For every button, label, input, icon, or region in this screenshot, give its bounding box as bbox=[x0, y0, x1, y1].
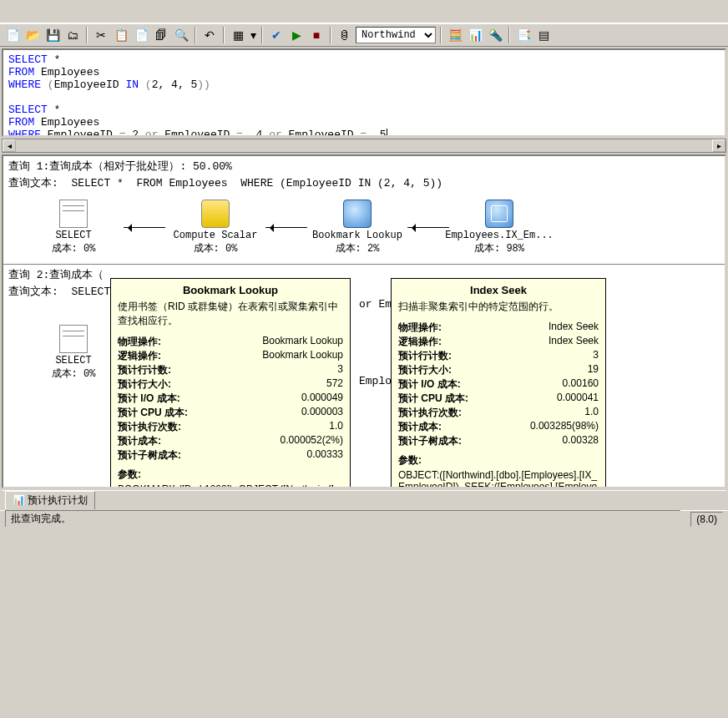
tooltip-bookmark-lookup: Bookmark Lookup 使用书签（RID 或群集键）在表索引或聚集索引中… bbox=[110, 278, 351, 488]
plan-node-compute-scalar[interactable]: Compute Scalar 成本: 0% bbox=[165, 200, 265, 255]
tooltip-index-seek: Index Seek 扫描非聚集索引中的特定范围的行。 物理操作:Index S… bbox=[391, 278, 606, 488]
grid-icon[interactable]: ▦ bbox=[229, 26, 247, 44]
arrow-icon bbox=[124, 224, 165, 232]
select-op-icon bbox=[59, 200, 88, 228]
plan-tab-icon: 📊 bbox=[13, 494, 25, 506]
trace-icon[interactable]: 📊 bbox=[466, 26, 484, 44]
grid-dropdown-icon[interactable]: ▾ bbox=[249, 26, 257, 44]
undo-icon[interactable]: 🗐 bbox=[152, 26, 170, 44]
stop-icon[interactable]: ■ bbox=[307, 26, 326, 44]
paste-icon[interactable]: 📄 bbox=[132, 26, 150, 44]
status-version: (8.0) bbox=[690, 512, 723, 527]
saveall-icon[interactable]: 🗂 bbox=[63, 26, 82, 44]
toolbar: 📄 📂 💾 🗂 ✂ 📋 📄 🗐 🔍 ↶ ▦ ▾ ✔ ▶ ■ 🛢 Northwin… bbox=[0, 23, 728, 47]
open-icon[interactable]: 📂 bbox=[23, 26, 42, 44]
plan-row-1: SELECT 成本: 0% Compute Scalar 成本: 0% Book… bbox=[3, 191, 725, 264]
bookmark-lookup-icon bbox=[343, 200, 372, 228]
redo-icon[interactable]: ↶ bbox=[200, 26, 219, 44]
select-op-icon bbox=[59, 325, 88, 353]
execute-icon[interactable]: ▶ bbox=[287, 26, 306, 44]
save-icon[interactable]: 💾 bbox=[43, 26, 62, 44]
results-grid-icon[interactable]: ▤ bbox=[534, 26, 553, 44]
status-message: 批查询完成。 bbox=[5, 510, 680, 527]
tooltip-title: Bookmark Lookup bbox=[118, 284, 343, 296]
sql-editor[interactable]: SELECT * FROM Employees WHERE (EmployeeI… bbox=[2, 48, 726, 137]
tab-estimated-plan[interactable]: 📊 预计执行计划 bbox=[5, 491, 95, 509]
plan-node-select-2[interactable]: SELECT 成本: 0% bbox=[23, 325, 124, 381]
plan-query1-cost: 查询 1:查询成本（相对于批处理）: 50.00% bbox=[3, 156, 725, 174]
index-seek-icon bbox=[485, 200, 513, 228]
sql-scrollbar-horizontal[interactable]: ◂ ▸ bbox=[2, 139, 726, 153]
new-icon[interactable]: 📄 bbox=[3, 26, 22, 44]
find-icon[interactable]: 🔍 bbox=[172, 26, 190, 44]
plan-query1-text: 查询文本: SELECT * FROM Employees WHERE (Emp… bbox=[3, 174, 725, 191]
show-plan-icon[interactable]: 📑 bbox=[514, 26, 533, 44]
index-tuning-icon[interactable]: 🔦 bbox=[486, 26, 504, 44]
plan-node-bookmark-lookup[interactable]: Bookmark Lookup 成本: 2% bbox=[307, 200, 407, 255]
plan-node-select[interactable]: SELECT 成本: 0% bbox=[23, 200, 124, 255]
tooltip-title: Index Seek bbox=[398, 284, 599, 296]
arrow-icon bbox=[265, 224, 307, 232]
scroll-left-icon[interactable]: ◂ bbox=[3, 139, 16, 152]
arrow-icon bbox=[407, 224, 449, 232]
database-select[interactable]: Northwind bbox=[356, 27, 436, 43]
tooltip-desc: 使用书签（RID 或群集键）在表索引或聚集索引中查找相应行。 bbox=[118, 300, 343, 328]
tooltip-params: OBJECT:([Northwind].[dbo].[Employees].[I… bbox=[398, 469, 599, 488]
menubar[interactable] bbox=[0, 0, 728, 23]
plan-node-index-seek[interactable]: Employees.IX_Em... 成本: 98% bbox=[449, 200, 549, 255]
copy-icon[interactable]: 📋 bbox=[112, 26, 130, 44]
cut-icon[interactable]: ✂ bbox=[92, 26, 110, 44]
compute-scalar-icon bbox=[201, 200, 230, 228]
tooltip-params: BOOKMARK:([Bmk1000]), OBJECT:([Northwind… bbox=[118, 483, 343, 488]
tooltip-desc: 扫描非聚集索引中的特定范围的行。 bbox=[398, 300, 599, 314]
estimated-plan-icon[interactable]: 🧮 bbox=[446, 26, 464, 44]
scroll-right-icon[interactable]: ▸ bbox=[712, 139, 725, 152]
execution-plan-pane[interactable]: 查询 1:查询成本（相对于批处理）: 50.00% 查询文本: SELECT *… bbox=[2, 154, 726, 488]
statusbar: 批查询完成。 (8.0) bbox=[0, 510, 728, 527]
database-icon: 🛢 bbox=[336, 26, 354, 44]
results-tabstrip: 📊 预计执行计划 bbox=[2, 490, 726, 508]
parse-icon[interactable]: ✔ bbox=[267, 26, 286, 44]
